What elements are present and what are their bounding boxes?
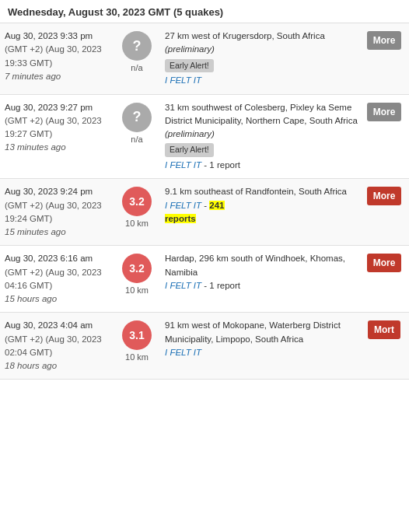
quake-info-col: Hardap, 296 km south of Windhoek, Khomas… — [160, 252, 364, 292]
quake-mag-col: 3.110 km — [114, 319, 160, 362]
quake-time-ago: 13 minutes ago — [5, 141, 114, 154]
quake-time-col: Aug 30, 2023 6:16 am (GMT +2) (Aug 30, 2… — [5, 252, 114, 306]
early-alert-badge: Early Alert! — [165, 143, 214, 157]
quake-time-gmt: (GMT +2) (Aug 30, 2023 02:04 GMT) — [5, 333, 114, 360]
quake-felt-row: I FELT IT - 1 report — [165, 159, 359, 172]
quake-time-gmt: (GMT +2) (Aug 30, 2023 19:33 GMT) — [5, 43, 114, 70]
quake-row: Aug 30, 2023 9:27 pm (GMT +2) (Aug 30, 2… — [0, 95, 409, 180]
quake-felt-row: I FELT IT - 1 report — [165, 279, 359, 292]
quake-magnitude-circle: 3.2 — [122, 187, 152, 216]
quake-magnitude-circle: 3.2 — [122, 254, 152, 283]
quake-row: Aug 30, 2023 6:16 am (GMT +2) (Aug 30, 2… — [0, 246, 409, 313]
quake-time-gmt: (GMT +2) (Aug 30, 2023 19:24 GMT) — [5, 199, 114, 226]
felt-count: 1 report — [209, 281, 240, 290]
felt-it-link[interactable]: I FELT IT — [165, 75, 201, 85]
quake-preliminary: (preliminary) — [165, 44, 215, 54]
quake-magnitude-circle: ? — [122, 103, 152, 132]
early-alert-badge: Early Alert! — [165, 59, 214, 73]
felt-it-link[interactable]: I FELT IT — [165, 160, 201, 170]
quake-depth: 10 km — [125, 285, 149, 295]
quake-location: Hardap, 296 km south of Windhoek, Khomas… — [165, 254, 345, 276]
quake-location: 91 km west of Mokopane, Waterberg Distri… — [165, 320, 341, 343]
quake-felt-row: I FELT IT — [165, 74, 359, 87]
quake-row: Aug 30, 2023 9:24 pm (GMT +2) (Aug 30, 2… — [0, 179, 409, 246]
quake-info-col: 9.1 km southeast of Randfontein, South A… — [160, 185, 364, 226]
quake-time-main: Aug 30, 2023 9:24 pm — [5, 185, 114, 198]
quake-time-ago: 15 hours ago — [5, 292, 114, 306]
header-subtitle: (5 quakes) — [173, 6, 223, 18]
quake-felt-row: I FELT IT — [165, 346, 359, 359]
quake-mag-col: 3.210 km — [114, 252, 160, 295]
quake-depth: 10 km — [125, 219, 149, 228]
quake-depth: 10 km — [125, 352, 149, 362]
felt-it-link[interactable]: I FELT IT — [165, 281, 201, 290]
quake-location: 9.1 km southeast of Randfontein, South A… — [165, 187, 347, 196]
quake-mag-col: ?n/a — [114, 101, 160, 144]
quake-preliminary: (preliminary) — [165, 129, 215, 138]
quake-action-col: More — [364, 185, 404, 205]
felt-count: 1 report — [209, 160, 240, 170]
quake-location: 27 km west of Krugersdorp, South Africa — [165, 31, 325, 40]
quake-location: 31 km southwest of Colesberg, Pixley ka … — [165, 103, 358, 125]
quake-time-gmt: (GMT +2) (Aug 30, 2023 04:16 GMT) — [5, 266, 114, 293]
quake-time-col: Aug 30, 2023 9:24 pm (GMT +2) (Aug 30, 2… — [5, 185, 114, 239]
quake-info-col: 91 km west of Mokopane, Waterberg Distri… — [160, 319, 364, 359]
more-button[interactable]: Mort — [368, 320, 400, 339]
quake-mag-col: 3.210 km — [114, 185, 160, 228]
quake-felt-row: I FELT IT - 241reports — [165, 199, 359, 226]
quake-magnitude-circle: 3.1 — [122, 320, 152, 350]
quake-time-main: Aug 30, 2023 4:04 am — [5, 319, 114, 332]
quake-info-col: 27 km west of Krugersdorp, South Africa … — [160, 30, 364, 88]
quake-time-ago: 7 minutes ago — [5, 70, 114, 83]
quake-time-col: Aug 30, 2023 9:27 pm (GMT +2) (Aug 30, 2… — [5, 101, 114, 155]
quakes-list: Aug 30, 2023 9:33 pm (GMT +2) (Aug 30, 2… — [0, 23, 409, 380]
page-header: Wednesday, August 30, 2023 GMT (5 quakes… — [0, 0, 409, 23]
quake-time-ago: 15 minutes ago — [5, 226, 114, 239]
quake-time-main: Aug 30, 2023 6:16 am — [5, 252, 114, 265]
quake-magnitude-circle: ? — [122, 31, 152, 61]
quake-time-gmt: (GMT +2) (Aug 30, 2023 19:27 GMT) — [5, 114, 114, 142]
quake-time-main: Aug 30, 2023 9:33 pm — [5, 30, 114, 43]
quake-time-col: Aug 30, 2023 4:04 am (GMT +2) (Aug 30, 2… — [5, 319, 114, 373]
quake-action-col: More — [364, 252, 404, 272]
quake-info-col: 31 km southwest of Colesberg, Pixley ka … — [160, 101, 364, 173]
quake-row: Aug 30, 2023 4:04 am (GMT +2) (Aug 30, 2… — [0, 313, 409, 380]
more-button[interactable]: More — [367, 187, 402, 205]
quake-time-ago: 18 hours ago — [5, 359, 114, 373]
more-button[interactable]: More — [367, 31, 402, 50]
quake-mag-col: ?n/a — [114, 30, 160, 72]
quake-depth: n/a — [131, 135, 142, 144]
quake-action-col: More — [364, 101, 404, 121]
felt-it-link[interactable]: I FELT IT — [165, 348, 201, 357]
quake-row: Aug 30, 2023 9:33 pm (GMT +2) (Aug 30, 2… — [0, 23, 409, 95]
more-button[interactable]: More — [367, 254, 402, 272]
quake-time-main: Aug 30, 2023 9:27 pm — [5, 101, 114, 114]
felt-it-link[interactable]: I FELT IT — [165, 201, 201, 210]
quake-depth: n/a — [131, 63, 142, 72]
more-button[interactable]: More — [367, 103, 402, 121]
quake-action-col: Mort — [364, 319, 404, 339]
quake-time-col: Aug 30, 2023 9:33 pm (GMT +2) (Aug 30, 2… — [5, 30, 114, 83]
header-title: Wednesday, August 30, 2023 GMT — [8, 6, 170, 18]
quake-action-col: More — [364, 30, 404, 50]
